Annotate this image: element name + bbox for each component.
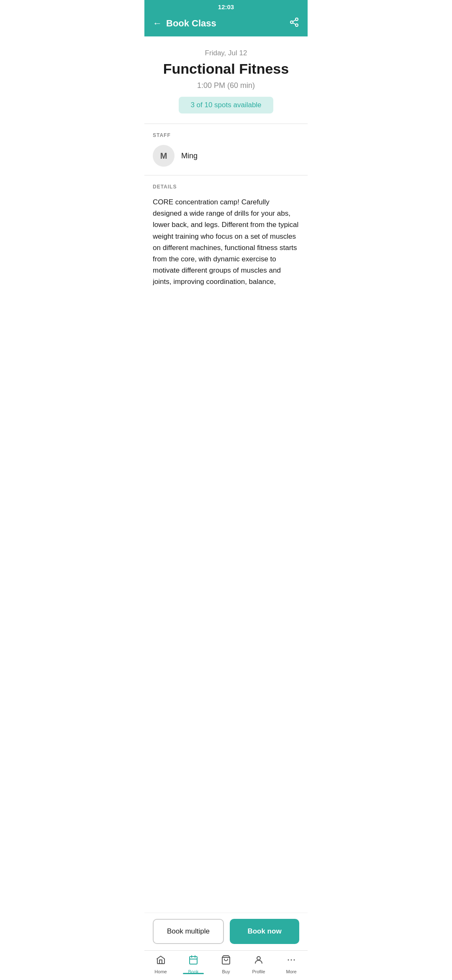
status-bar: 12:03 xyxy=(144,0,308,12)
staff-avatar: M xyxy=(153,145,175,167)
status-time: 12:03 xyxy=(218,3,234,10)
staff-row: M Ming xyxy=(153,145,299,167)
staff-name: Ming xyxy=(181,152,198,160)
svg-point-1 xyxy=(290,21,293,23)
details-section-title: DETAILS xyxy=(153,184,299,190)
svg-line-4 xyxy=(293,20,296,22)
back-button[interactable]: ← Book Class xyxy=(153,18,216,29)
details-text: CORE concentration camp! Carefully desig… xyxy=(153,196,299,289)
svg-point-0 xyxy=(295,18,298,21)
back-icon: ← xyxy=(153,19,162,28)
header: ← Book Class xyxy=(144,12,308,36)
class-time: 1:00 PM (60 min) xyxy=(153,81,299,90)
spots-badge: 3 of 10 spots available xyxy=(179,97,273,113)
details-section: DETAILS CORE concentration camp! Careful… xyxy=(144,175,308,289)
share-icon[interactable] xyxy=(289,17,299,30)
class-date: Friday, Jul 12 xyxy=(153,49,299,57)
header-title: Book Class xyxy=(166,18,216,29)
staff-section: STAFF M Ming xyxy=(144,124,308,167)
svg-line-3 xyxy=(293,23,296,25)
class-info-section: Friday, Jul 12 Functional Fitness 1:00 P… xyxy=(144,36,308,124)
class-name: Functional Fitness xyxy=(153,61,299,77)
staff-section-title: STAFF xyxy=(153,132,299,138)
svg-point-2 xyxy=(295,24,298,26)
